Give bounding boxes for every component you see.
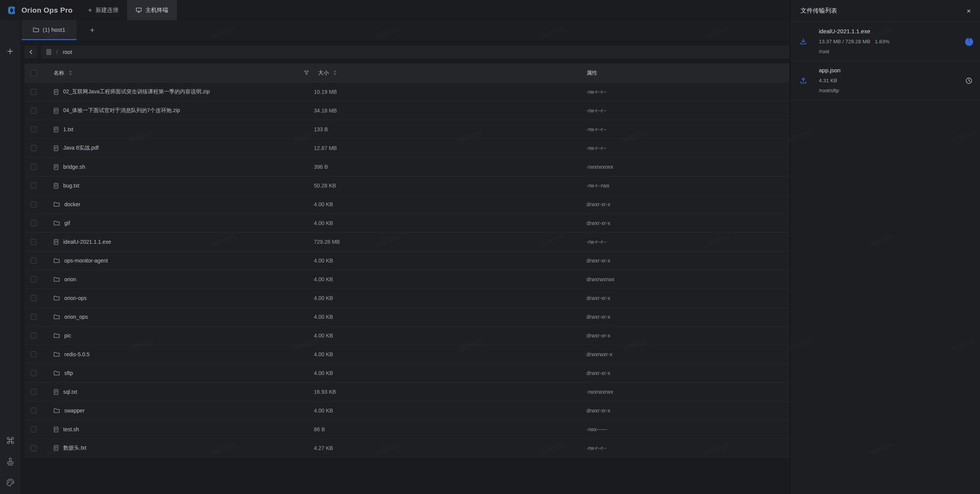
palette-icon[interactable]	[0, 477, 20, 488]
table-row[interactable]: 02_互联网Java工程师面试突击训练课程第一季的内容说明.zip 10.19 …	[24, 82, 789, 101]
file-size: 729.28 MB	[314, 239, 586, 245]
transfer-status[interactable]	[965, 37, 973, 46]
file-size: 133 B	[314, 126, 586, 132]
file-name[interactable]: Java 8实战.pdf	[63, 145, 99, 152]
file-name[interactable]: sftp	[64, 370, 73, 376]
row-checkbox[interactable]	[31, 408, 37, 414]
table-row[interactable]: gif 4.00 KB drwxr-xr-x	[24, 214, 789, 232]
row-checkbox[interactable]	[31, 164, 37, 170]
row-checkbox[interactable]	[31, 220, 37, 226]
file-name[interactable]: idealU-2021.1.1.exe	[63, 239, 111, 245]
table-row[interactable]: bridge.sh 396 B -rwxrwxrwx	[24, 157, 789, 176]
table-row[interactable]: idealU-2021.1.1.exe 729.28 MB -rw-r--r--	[24, 232, 789, 251]
table-row[interactable]: 1.txt 133 B -rw-r--r--	[24, 120, 789, 139]
row-checkbox[interactable]	[31, 314, 37, 320]
row-checkbox[interactable]	[31, 389, 37, 395]
file-name[interactable]: gif	[64, 220, 70, 226]
table-row[interactable]: ops-monitor-agent 4.00 KB drwxr-xr-x	[24, 251, 789, 270]
table-row[interactable]: test.sh 86 B -rwx------	[24, 420, 789, 439]
file-name[interactable]: ops-monitor-agent	[64, 258, 108, 264]
file-size: 34.18 MB	[314, 108, 586, 114]
table-row[interactable]: sql.txt 16.93 KB -rwxrwxrwx	[24, 382, 789, 401]
file-attrs: drwxr-xr-x	[586, 220, 789, 226]
row-checkbox[interactable]	[31, 183, 37, 189]
add-connection-icon[interactable]: +	[0, 46, 20, 57]
column-header-name[interactable]: 名称	[43, 70, 314, 77]
table-row[interactable]: 04_体验一下面试官对于消息队列的7个连环炮.zip 34.18 MB -rw-…	[24, 101, 789, 120]
row-checkbox[interactable]	[31, 145, 37, 151]
select-all-checkbox[interactable]	[31, 70, 37, 76]
table-row[interactable]: bug.txt 50.28 KB -rw-r--rwx	[24, 176, 789, 195]
transfer-item[interactable]: idealU-2021.1.1.exe 13.37 MB / 729.28 MB…	[791, 22, 980, 61]
table-row[interactable]: swapper 4.00 KB drwxr-xr-x	[24, 401, 789, 420]
table-row[interactable]: redis-5.0.5 4.00 KB drwxrwxr-x	[24, 345, 789, 364]
row-checkbox[interactable]	[31, 445, 37, 451]
file-icon	[54, 89, 59, 95]
row-checkbox[interactable]	[31, 201, 37, 207]
table-row[interactable]: sftp 4.00 KB drwxr-xr-x	[24, 364, 789, 382]
table-row[interactable]: 数据头.txt 4.27 KB -rw-r--r--	[24, 439, 789, 457]
file-name[interactable]: pic	[64, 333, 71, 339]
table-row[interactable]: pic 4.00 KB drwxr-xr-x	[24, 326, 789, 345]
file-attrs: -rw-r--r--	[586, 239, 789, 245]
file-name[interactable]: docker	[64, 201, 80, 207]
file-icon	[54, 427, 59, 432]
file-icon	[54, 183, 59, 189]
folder-icon	[54, 333, 60, 338]
file-size: 4.27 KB	[314, 445, 586, 451]
file-name[interactable]: orion-ops	[64, 295, 87, 301]
sort-icon[interactable]	[333, 70, 336, 75]
sort-icon[interactable]	[69, 70, 72, 75]
breadcrumb[interactable]: / root	[41, 46, 789, 59]
file-name[interactable]: 1.txt	[63, 126, 73, 132]
transfer-item[interactable]: app.json 4.31 KB /root/sftp	[791, 61, 980, 100]
file-name[interactable]: swapper	[64, 408, 85, 414]
file-name[interactable]: bug.txt	[63, 183, 79, 189]
stamp-icon[interactable]	[0, 456, 20, 468]
file-name[interactable]: bridge.sh	[63, 164, 85, 170]
file-name[interactable]: 数据头.txt	[63, 445, 87, 452]
row-checkbox[interactable]	[31, 239, 37, 245]
transfer-filename: app.json	[819, 67, 959, 73]
file-name[interactable]: redis-5.0.5	[64, 351, 90, 357]
table-row[interactable]: orion_ops 4.00 KB drwxr-xr-x	[24, 307, 789, 326]
row-checkbox[interactable]	[31, 351, 37, 357]
table-row[interactable]: orion 4.00 KB drwxrwxrwx	[24, 270, 789, 289]
row-checkbox[interactable]	[31, 276, 37, 282]
new-session-tab-button[interactable]: +	[85, 20, 100, 40]
row-checkbox[interactable]	[31, 108, 37, 114]
host-terminal-tab[interactable]: 主机终端	[127, 0, 177, 20]
file-name[interactable]: 04_体验一下面试官对于消息队列的7个连环炮.zip	[63, 107, 180, 114]
folder-icon	[54, 220, 60, 226]
file-icon	[54, 127, 59, 132]
close-icon[interactable]: ×	[967, 7, 971, 15]
file-name[interactable]: orion_ops	[64, 314, 88, 320]
table-row[interactable]: docker 4.00 KB drwxr-xr-x	[24, 195, 789, 214]
row-checkbox[interactable]	[31, 295, 37, 301]
transfer-status[interactable]	[965, 77, 973, 85]
file-name[interactable]: orion	[64, 276, 76, 282]
file-size: 50.28 KB	[314, 183, 586, 189]
back-button[interactable]	[24, 46, 38, 59]
file-name[interactable]: sql.txt	[63, 389, 77, 395]
new-connection-label: 新建连接	[96, 7, 119, 14]
file-attrs: -rw-r--r--	[586, 108, 789, 114]
file-icon	[54, 145, 59, 151]
transfer-path: /root	[819, 49, 959, 54]
session-tab-host1[interactable]: (1) host1	[22, 20, 77, 40]
table-row[interactable]: orion-ops 4.00 KB drwxr-xr-x	[24, 289, 789, 307]
row-checkbox[interactable]	[31, 426, 37, 432]
filter-icon[interactable]	[304, 70, 309, 76]
breadcrumb-segment-root[interactable]: root	[63, 49, 72, 55]
command-icon[interactable]	[0, 435, 20, 446]
row-checkbox[interactable]	[31, 89, 37, 95]
row-checkbox[interactable]	[31, 258, 37, 264]
table-row[interactable]: Java 8实战.pdf 12.87 MB -rw-r--r--	[24, 139, 789, 157]
file-name[interactable]: 02_互联网Java工程师面试突击训练课程第一季的内容说明.zip	[63, 88, 210, 95]
new-connection-button[interactable]: + 新建连接	[80, 0, 127, 20]
row-checkbox[interactable]	[31, 333, 37, 339]
row-checkbox[interactable]	[31, 126, 37, 132]
row-checkbox[interactable]	[31, 370, 37, 376]
file-name[interactable]: test.sh	[63, 426, 79, 432]
column-header-size[interactable]: 大小	[314, 70, 586, 77]
